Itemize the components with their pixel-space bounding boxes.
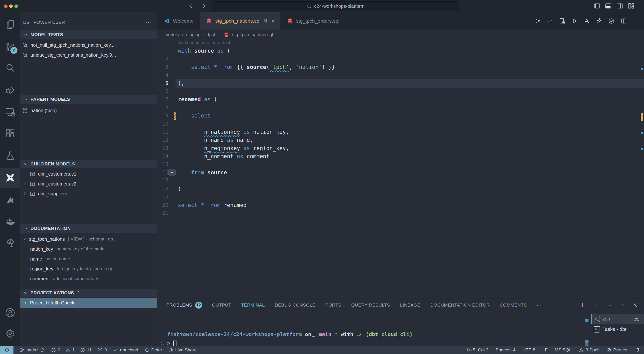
breadcrumb-file[interactable]: stg_tpch_nations.sql (232, 32, 273, 37)
status-item-language-mode[interactable]: MS SQL (555, 346, 572, 354)
panel-tab-problems[interactable]: PROBLEMS12 (166, 302, 202, 309)
activity-bar-item-settings[interactable] (0, 326, 20, 341)
plus-icon[interactable] (579, 302, 586, 308)
activity-bar-item-docker[interactable] (0, 214, 20, 229)
sidebar-more-icon[interactable]: ··· (146, 19, 152, 25)
file-search-icon[interactable] (559, 18, 566, 24)
section-header-children-models[interactable]: CHILDREN MODELS (20, 160, 157, 168)
runner-icon[interactable] (596, 18, 602, 24)
sidebar-item[interactable]: Project Health Check (20, 298, 157, 308)
panel-tab-lineage[interactable]: LINEAGE (400, 303, 420, 308)
panel-tab-output[interactable]: OUTPUT (212, 303, 231, 308)
panel-tab--[interactable]: ··· (537, 303, 542, 308)
run-dropdown-icon[interactable] (534, 18, 541, 24)
customize-layout-icon[interactable] (628, 2, 634, 9)
doc-field-row[interactable]: commentadditional commentary (20, 274, 157, 284)
terminal[interactable]: fishtown/coalesce-24/c24-workshops-platf… (157, 312, 590, 346)
status-item-git-branch[interactable]: main* (20, 346, 45, 354)
more-icon[interactable] (633, 18, 639, 24)
activity-bar-item-accounts[interactable] (0, 305, 20, 320)
sidebar-item[interactable]: dim_customers.v1 (20, 169, 157, 179)
sidebar-item[interactable]: unique_stg_tpch_nations_nation_key.9... (20, 50, 157, 60)
breadcrumb-item[interactable]: staging (186, 32, 200, 37)
compare-arrows-icon[interactable] (547, 18, 553, 24)
panel-tab-query-results[interactable]: QUERY RESULTS (351, 303, 390, 308)
status-item-dbt-cloud[interactable]: dbt cloud (113, 346, 138, 354)
toggle-secondary-sidebar-icon[interactable] (616, 2, 623, 9)
line-number: 16 (157, 168, 168, 177)
sidebar-item[interactable]: nation (tpch) (20, 105, 157, 115)
activity-bar-item-testing[interactable] (0, 148, 20, 163)
section-header-parent-models[interactable]: PARENT MODELS (20, 95, 157, 104)
activity-bar-item-run-and-debug[interactable] (0, 83, 20, 98)
toggle-panel-icon[interactable] (605, 2, 612, 9)
status-item-ports-forwarded[interactable]: 0 (98, 346, 107, 354)
status-item-indentation[interactable]: Spaces: 4 (496, 346, 516, 354)
activity-bar-item-extensions[interactable] (0, 126, 20, 141)
breadcrumb[interactable]: models›staging›tpch›stg_tpch_nations.sql (157, 29, 644, 40)
back-icon[interactable] (187, 2, 195, 10)
panel-tab-ports[interactable]: PORTS (325, 303, 341, 308)
activity-bar-item-dbt[interactable] (0, 192, 20, 207)
doc-field-row[interactable]: region_keyforeign key to stg_tpch_regi..… (20, 264, 157, 274)
status-item-problems-summary[interactable]: 0111 (51, 346, 92, 354)
section-header-model-tests[interactable]: MODEL TESTS (20, 30, 157, 39)
activity-bar-item-source-control[interactable]: 2 (0, 40, 20, 55)
panel-tab-debug-console[interactable]: DEBUG CONSOLE (275, 303, 316, 308)
remote-indicator[interactable] (0, 346, 14, 354)
activity-bar-item-explorer[interactable] (0, 17, 20, 32)
status-item-spell-checker[interactable]: 3 Spell (579, 346, 599, 354)
activity-bar-item-remote-explorer[interactable] (0, 104, 20, 120)
status-item-formatter[interactable]: Prettier (606, 346, 628, 354)
status-item-encoding[interactable]: UTF-8 (522, 346, 535, 354)
panel-tab-terminal[interactable]: TERMINAL (241, 303, 265, 308)
section-header-documentation[interactable]: DOCUMENTATION (20, 224, 157, 233)
status-item-notifications[interactable] (635, 346, 640, 354)
panel-tab-documentation-editor[interactable]: DOCUMENTATION EDITOR (430, 303, 490, 308)
code-editor[interactable]: Add documentation or tests1with source a… (157, 40, 644, 298)
activity-bar-item-project-tree[interactable] (0, 235, 20, 250)
close-button[interactable] (4, 4, 8, 8)
chevron-down-icon[interactable] (592, 302, 599, 308)
sidebar-item[interactable]: not_null_stg_tpch_nations_nation_key.... (20, 40, 157, 50)
zoom-button[interactable] (14, 4, 18, 8)
doc-field-row[interactable]: namenation name (20, 254, 157, 264)
activity-bar-item-search[interactable] (0, 60, 20, 75)
search-icon (5, 62, 15, 73)
activity-bar-item-dbt-power-user[interactable] (0, 170, 20, 185)
terminal-list-item-zsh[interactable]: >_zsh (591, 314, 644, 324)
add-column-docs-button[interactable]: + (168, 169, 176, 176)
minimize-button[interactable] (9, 4, 13, 8)
panel-actions (579, 298, 638, 312)
more-icon[interactable] (606, 302, 612, 308)
panel-tab-comments[interactable]: COMMENTS (500, 303, 527, 308)
status-item-eol[interactable]: LF (542, 346, 548, 354)
doc-model-row[interactable]: stg_tpch_nations[ VIEW ] - schema : db..… (20, 234, 157, 244)
editor-tab-welcome[interactable]: Welcome (157, 12, 200, 29)
command-center-search[interactable]: c24-workshops-platform (212, 1, 459, 11)
forward-icon[interactable] (200, 2, 208, 10)
check-circle-icon[interactable] (608, 18, 615, 24)
breadcrumb-item[interactable]: models (164, 32, 179, 37)
sidebar-item[interactable]: dim_customers.v2 (20, 179, 157, 189)
toggle-sidebar-icon[interactable] (594, 2, 600, 9)
close-tab-icon[interactable]: × (271, 18, 274, 24)
line-number: 10 (157, 120, 168, 128)
codelens-action[interactable]: Add documentation or tests (178, 40, 232, 45)
status-item-cursor-position[interactable]: Ln 5, Col 3 (466, 346, 488, 354)
chevron-up-icon[interactable] (619, 302, 625, 308)
breadcrumb-item[interactable]: tpch (208, 32, 216, 37)
status-item-defer[interactable]: Defer (144, 346, 162, 354)
close-icon[interactable] (632, 302, 638, 308)
split-editor-icon[interactable] (620, 18, 627, 24)
terminal-input[interactable]: > (161, 340, 176, 346)
editor-tab-stg_tpch_orders-sql[interactable]: stg_tpch_orders.sql (280, 12, 346, 29)
doc-field-row[interactable]: nation_keyprimary key of the model (20, 244, 157, 254)
editor-tab-stg_tpch_nations-sql[interactable]: stg_tpch_nations.sqlM× (200, 12, 280, 29)
status-item-live-share[interactable]: Live Share (168, 346, 197, 354)
play-icon[interactable] (571, 18, 578, 24)
dbt-a-icon[interactable] (584, 18, 590, 24)
section-header-project-actions[interactable]: PROJECT ACTIONS (20, 289, 157, 297)
terminal-list-item-tasks-dbt[interactable]: >_Tasks - dbt (591, 324, 644, 335)
sidebar-item[interactable]: dim_suppliers (20, 189, 157, 199)
